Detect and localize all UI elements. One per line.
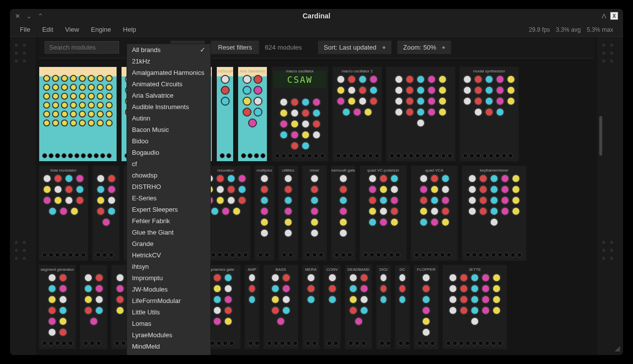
- brand-option[interactable]: Bacon Music: [127, 124, 210, 135]
- module-label: tidal modulator: [51, 168, 76, 173]
- window-minimize-icon[interactable]: ⌄: [26, 12, 32, 20]
- brand-option[interactable]: LifeFormModular: [127, 295, 210, 306]
- module-card[interactable]: multiples: [254, 166, 274, 261]
- module-label: quad VCA: [425, 168, 443, 173]
- module-card[interactable]: segment generator: [39, 265, 76, 349]
- brand-option[interactable]: MindMeld: [127, 341, 210, 352]
- max-stat: 5.3% max: [587, 26, 613, 33]
- brand-option[interactable]: HetrickCV: [127, 249, 210, 261]
- module-card[interactable]: BASS: [263, 265, 298, 349]
- brand-option[interactable]: Bogaudio: [127, 147, 210, 158]
- brand-option[interactable]: Fehler Fabrik: [127, 215, 210, 227]
- sort-dropdown[interactable]: Sort: Last updated: [318, 41, 391, 54]
- window-maximize-icon[interactable]: ⌃: [38, 12, 43, 20]
- module-label: mixer: [310, 168, 319, 173]
- module-label: utilities: [282, 168, 294, 173]
- zoom-dropdown[interactable]: Zoom: 50%: [397, 41, 451, 54]
- module-card[interactable]: quad VC-polarizer: [360, 166, 407, 261]
- module-card[interactable]: DC: [395, 265, 410, 349]
- module-label: modal synthesizer: [473, 69, 505, 73]
- module-card[interactable]: quad VCA: [411, 166, 458, 261]
- brand-option[interactable]: Impromptu: [127, 272, 210, 284]
- brand-option[interactable]: Expert Sleepers: [127, 204, 210, 215]
- brand-option[interactable]: Aria Salvatrice: [127, 90, 210, 101]
- avg-stat: 3.3% avg: [556, 26, 581, 33]
- brand-option[interactable]: JW-Modules: [127, 284, 210, 295]
- fps-stat: 29.9 fps: [529, 26, 550, 33]
- module-label: segment generator: [41, 267, 74, 272]
- module-label: DIGI: [380, 267, 387, 272]
- brand-option[interactable]: Audible Instruments: [127, 101, 210, 113]
- menu-view[interactable]: View: [65, 26, 79, 33]
- module-card[interactable]: [39, 66, 117, 162]
- xorg-icon[interactable]: X: [610, 12, 618, 20]
- module-label: DC: [399, 267, 405, 272]
- module-card[interactable]: utilities: [278, 166, 298, 261]
- brand-option[interactable]: LyraeModules: [127, 329, 210, 341]
- content-area: Tags Reset filters 624 modules Sort: Las…: [10, 37, 623, 355]
- module-count: 624 modules: [265, 44, 302, 51]
- brand-option[interactable]: All brands: [127, 44, 210, 56]
- titlebar: ✕ ⌄ ⌃ Cardinal ᐱ X: [10, 9, 623, 23]
- brand-option[interactable]: E-Series: [127, 192, 210, 204]
- menu-edit[interactable]: Edit: [42, 26, 53, 33]
- module-label: JETTE: [469, 267, 481, 272]
- module-card[interactable]: modal synthesizer: [459, 66, 519, 162]
- brand-option[interactable]: Amalgamated Harmonics: [127, 67, 210, 78]
- module-card[interactable]: DEADBAND: [345, 265, 372, 349]
- module-label: resonator: [217, 168, 234, 173]
- module-card[interactable]: tidal modulator: [39, 166, 88, 261]
- module-label: MERA: [305, 267, 316, 272]
- module-card[interactable]: bernoulli gate: [331, 166, 356, 261]
- module-label: macro oscillator: [286, 69, 314, 73]
- brand-option[interactable]: 21kHz: [127, 56, 210, 67]
- module-card[interactable]: FLOPPER: [414, 265, 439, 349]
- module-card[interactable]: keyframer/mixer: [462, 166, 526, 261]
- brand-option[interactable]: Glue the Giant: [127, 227, 210, 238]
- module-card[interactable]: CONV: [323, 265, 341, 349]
- menu-file[interactable]: File: [20, 26, 30, 33]
- module-card[interactable]: Aria Salvatrice: [238, 66, 267, 162]
- module-label: FLOPPER: [417, 267, 435, 272]
- brand-option[interactable]: Animated Circuits: [127, 78, 210, 90]
- module-card[interactable]: mixer: [302, 166, 327, 261]
- window-close-icon[interactable]: ✕: [15, 12, 20, 20]
- browser-toolbar: Tags Reset filters 624 modules Sort: Las…: [39, 37, 594, 59]
- brand-option[interactable]: Grande: [127, 238, 210, 249]
- brand-option[interactable]: Bidoo: [127, 135, 210, 147]
- brand-option[interactable]: DISTRHO: [127, 181, 210, 192]
- module-label: Aria Salvatrice: [240, 69, 265, 73]
- module-card[interactable]: macro oscillatorCSAW: [271, 66, 328, 162]
- module-label: DEADBAND: [347, 267, 369, 272]
- vertical-scrollbar[interactable]: [599, 116, 602, 156]
- module-card[interactable]: [80, 265, 107, 349]
- module-label: multiples: [256, 168, 272, 173]
- window-chevrons-icon[interactable]: ᐱ: [602, 12, 606, 20]
- menu-engine[interactable]: Engine: [91, 26, 111, 33]
- menu-help[interactable]: Help: [123, 26, 136, 33]
- module-card[interactable]: AMP: [245, 265, 259, 349]
- modules-grid: PokiesGrabbyRotatoesUnDuLaRAria Salvatri…: [10, 61, 623, 355]
- module-card[interactable]: macro oscillator 2: [332, 66, 382, 162]
- brand-option[interactable]: Lomas: [127, 318, 210, 329]
- module-card[interactable]: MERA: [302, 265, 319, 349]
- brand-option[interactable]: Mog: [127, 352, 210, 355]
- module-card[interactable]: [386, 66, 455, 162]
- resize-grip-icon[interactable]: ◢: [615, 344, 620, 352]
- module-label: AMP: [248, 267, 256, 272]
- module-label: CONV: [326, 267, 338, 272]
- search-input[interactable]: [45, 41, 119, 54]
- module-card[interactable]: DIGI: [376, 265, 391, 349]
- brand-option[interactable]: Autinn: [127, 113, 210, 124]
- window-title: Cardinal: [303, 12, 330, 20]
- reset-filters-button[interactable]: Reset filters: [211, 41, 259, 54]
- brand-option[interactable]: chowdsp: [127, 170, 210, 181]
- module-card[interactable]: UnDuLaR: [216, 66, 234, 162]
- performance-stats: 29.9 fps 3.3% avg 5.3% max: [529, 26, 613, 33]
- menubar: File Edit View Engine Help 29.9 fps 3.3%…: [10, 23, 623, 37]
- module-card[interactable]: [92, 166, 120, 261]
- brand-option[interactable]: Little Utils: [127, 306, 210, 318]
- brand-option[interactable]: cf: [127, 158, 210, 170]
- module-card[interactable]: JETTE: [443, 265, 507, 349]
- brand-option[interactable]: ihtsyn: [127, 261, 210, 272]
